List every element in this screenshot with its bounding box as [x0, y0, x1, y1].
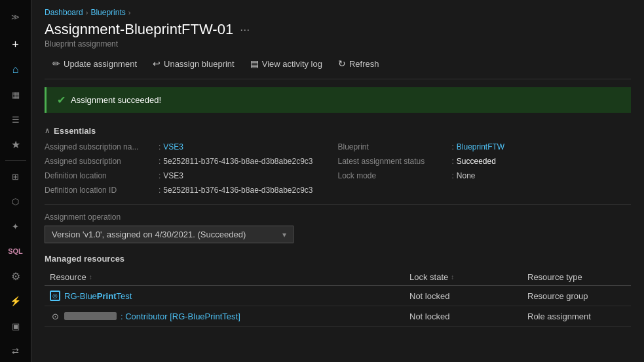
essentials-left: Assigned subscription na... : VSE3 Assig… — [45, 141, 338, 196]
assignment-op-dropdown[interactable]: Version 'v1.0', assigned on 4/30/2021. (… — [45, 226, 294, 243]
essentials-row-latest-status: Latest assignment status : Succeeded — [338, 155, 632, 167]
update-label: Update assignment — [64, 59, 137, 69]
col-type-label: Resource type — [527, 272, 582, 282]
gear-icon[interactable]: ⚙ — [3, 264, 29, 288]
essentials-header[interactable]: ∧ Essentials — [45, 121, 631, 141]
success-check-icon: ✔ — [57, 94, 66, 106]
assignment-op-label: Assignment operation — [45, 212, 631, 222]
success-message: Assignment succeeded! — [71, 95, 161, 105]
resource-type-2: Role assignment — [527, 312, 626, 321]
resource-name-1[interactable]: RG-BluePrintTest — [64, 291, 132, 301]
unassign-blueprint-button[interactable]: ↩ Unassign blueprint — [145, 55, 242, 72]
update-assignment-button[interactable]: ✏ Update assignment — [45, 55, 145, 72]
list-icon[interactable]: ☰ — [3, 108, 29, 131]
essentials-section: ∧ Essentials Assigned subscription na...… — [31, 121, 644, 204]
favorites-icon[interactable]: ★ — [3, 132, 29, 156]
essentials-row-lock-mode: Lock mode : None — [338, 170, 632, 182]
def-loc-value: VSE3 — [163, 171, 183, 180]
lock-state-1: Not locked — [409, 291, 508, 301]
essentials-row-def-loc-id: Definition location ID : 5e252811-b376-4… — [45, 184, 338, 196]
breadcrumb-sep-1: › — [86, 9, 88, 16]
resource-row-2: ⊙ : Contributor [RG-BluePrintTest] Not l… — [45, 306, 631, 326]
col-resource-label: Resource — [50, 272, 86, 282]
refresh-icon: ↻ — [338, 58, 346, 69]
unassign-label: Unassign blueprint — [164, 59, 235, 69]
unassign-icon: ↩ — [153, 58, 161, 69]
success-banner: ✔ Assignment succeeded! — [45, 87, 631, 113]
dashboard-icon[interactable]: ▦ — [3, 83, 29, 106]
col-lock-state[interactable]: Lock state ↕ — [409, 272, 508, 282]
edit-icon: ✏ — [52, 58, 60, 69]
resource-name-blurred — [64, 312, 117, 320]
security-icon[interactable]: ⬡ — [3, 190, 29, 213]
latest-status-value: Succeeded — [457, 157, 496, 166]
sidebar-divider-1 — [5, 160, 26, 161]
sub-id-value: 5e252811-b376-4136-b8ae-d3b8abe2c9c3 — [163, 157, 313, 166]
lock-mode-value: None — [457, 171, 476, 180]
box-icon[interactable]: ▣ — [3, 314, 29, 338]
resource-sort-icon: ↕ — [89, 273, 92, 281]
managed-resources-title: Managed resources — [45, 254, 631, 264]
resource-cell-2: ⊙ : Contributor [RG-BluePrintTest] — [50, 311, 409, 321]
essentials-grid: Assigned subscription na... : VSE3 Assig… — [45, 141, 631, 204]
essentials-title: Essentials — [54, 126, 96, 136]
sql-icon[interactable]: SQL — [3, 239, 29, 263]
activity-icon: ▤ — [250, 58, 259, 69]
breadcrumb-sep-2: › — [128, 9, 131, 16]
refresh-button[interactable]: ↻ Refresh — [330, 55, 387, 72]
latest-status-label: Latest assignment status — [338, 157, 449, 166]
essentials-right: Blueprint : BlueprintFTW Latest assignme… — [338, 141, 632, 196]
sync-icon[interactable]: ⇄ — [3, 339, 29, 362]
managed-resources-section: Managed resources Resource ↕ Lock state … — [31, 251, 644, 327]
dropdown-value: Version 'v1.0', assigned on 4/30/2021. (… — [52, 230, 246, 239]
table-row: ⊙ : Contributor [RG-BluePrintTest] Not l… — [45, 306, 631, 327]
view-activity-log-button[interactable]: ▤ View activity log — [242, 55, 330, 72]
breadcrumb-dashboard[interactable]: Dashboard — [45, 8, 83, 17]
page-title: Assignment-BlueprintFTW-01 ··· — [45, 21, 631, 38]
page-subtitle: Blueprint assignment — [45, 39, 631, 49]
essentials-row-blueprint: Blueprint : BlueprintFTW — [338, 141, 632, 153]
sub-id-label: Assigned subscription — [45, 157, 156, 166]
essentials-chevron-icon: ∧ — [45, 127, 50, 135]
lock-mode-label: Lock mode — [338, 171, 449, 180]
home-icon[interactable]: ⌂ — [3, 58, 29, 81]
sidebar-collapse-icon[interactable]: ≫ — [3, 5, 29, 29]
refresh-label: Refresh — [349, 59, 379, 69]
lightning-icon[interactable]: ⚡ — [3, 289, 29, 313]
sub-name-value[interactable]: VSE3 — [163, 142, 183, 151]
col-lock-label: Lock state — [409, 272, 448, 282]
resource-type-1: Resource group — [527, 291, 626, 301]
person-icon: ⊙ — [50, 311, 60, 321]
activity-label: View activity log — [262, 59, 322, 69]
def-loc-id-value: 5e252811-b376-4136-b8ae-d3b8abe2c9c3 — [163, 186, 313, 195]
assignment-operation: Assignment operation Version 'v1.0', ass… — [31, 205, 644, 251]
dropdown-arrow-icon: ▾ — [282, 230, 286, 239]
col-resource-type[interactable]: Resource type — [527, 272, 626, 282]
blueprint-value[interactable]: BlueprintFTW — [457, 142, 504, 151]
content-area: ✔ Assignment succeeded! ∧ Essentials Ass… — [31, 79, 644, 362]
resource-name-suffix[interactable]: : Contributor [RG-BluePrintTest] — [121, 312, 240, 321]
blueprint-label: Blueprint — [338, 142, 449, 151]
toolbar: ✏ Update assignment ↩ Unassign blueprint… — [45, 55, 631, 79]
def-loc-label: Definition location — [45, 171, 156, 180]
def-loc-id-label: Definition location ID — [45, 186, 156, 195]
sidebar: ≫ + ⌂ ▦ ☰ ★ ⊞ ⬡ ✦ SQL ⚙ ⚡ ▣ ⇄ ◈ ? ☺ U — [0, 0, 31, 362]
essentials-row-sub-name: Assigned subscription na... : VSE3 — [45, 141, 338, 153]
breadcrumb: Dashboard › Blueprints › — [45, 8, 631, 17]
main-content: Dashboard › Blueprints › Assignment-Blue… — [31, 0, 644, 362]
create-icon[interactable]: + — [3, 33, 29, 56]
table-header: Resource ↕ Lock state ↕ Resource type — [45, 269, 631, 286]
lock-state-2: Not locked — [409, 312, 508, 321]
rg-icon: ◎ — [50, 291, 60, 301]
title-ellipsis-button[interactable]: ··· — [240, 23, 250, 37]
breadcrumb-blueprints[interactable]: Blueprints — [90, 8, 125, 17]
sub-name-label: Assigned subscription na... — [45, 142, 156, 151]
page-header: Dashboard › Blueprints › Assignment-Blue… — [31, 0, 644, 79]
lock-sort-icon: ↕ — [451, 273, 454, 281]
essentials-row-def-loc: Definition location : VSE3 — [45, 170, 338, 182]
essentials-row-sub-id: Assigned subscription : 5e252811-b376-41… — [45, 155, 338, 167]
extensions-icon[interactable]: ✦ — [3, 214, 29, 238]
col-resource[interactable]: Resource ↕ — [50, 272, 409, 282]
resource-cell-1: ◎ RG-BluePrintTest — [50, 291, 409, 301]
grid-icon[interactable]: ⊞ — [3, 165, 29, 188]
